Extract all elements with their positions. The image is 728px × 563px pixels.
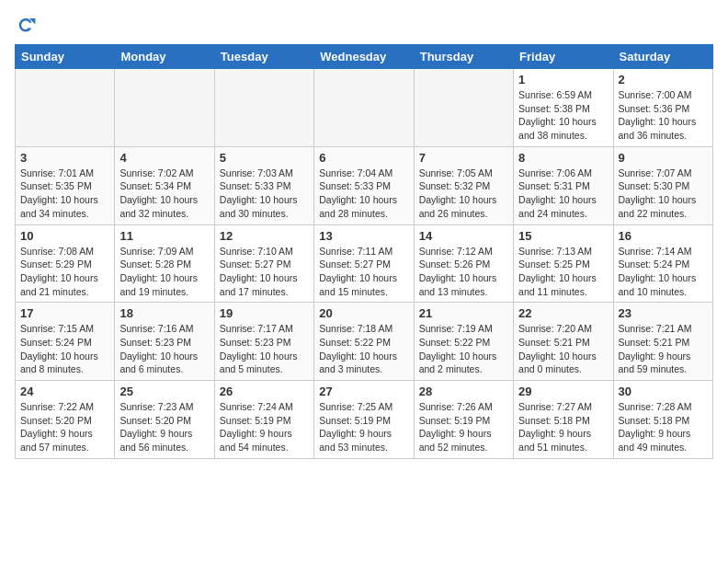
- logo-icon: [15, 15, 37, 37]
- day-info: Sunrise: 7:13 AM Sunset: 5:25 PM Dayligh…: [518, 245, 608, 299]
- calendar-cell: 28Sunrise: 7:26 AM Sunset: 5:19 PM Dayli…: [414, 381, 513, 459]
- day-info: Sunrise: 7:19 AM Sunset: 5:22 PM Dayligh…: [419, 322, 508, 376]
- day-number: 9: [619, 151, 708, 165]
- weekday-header-wednesday: Wednesday: [314, 45, 414, 69]
- day-number: 27: [319, 385, 408, 398]
- day-info: Sunrise: 7:12 AM Sunset: 5:26 PM Dayligh…: [419, 245, 508, 299]
- day-info: Sunrise: 7:24 AM Sunset: 5:19 PM Dayligh…: [220, 400, 309, 454]
- day-info: Sunrise: 7:26 AM Sunset: 5:19 PM Dayligh…: [419, 400, 508, 454]
- calendar-cell: 8Sunrise: 7:06 AM Sunset: 5:31 PM Daylig…: [514, 146, 613, 224]
- calendar-cell: 12Sunrise: 7:10 AM Sunset: 5:27 PM Dayli…: [214, 224, 313, 303]
- day-number: 20: [319, 306, 408, 320]
- calendar-cell: [16, 69, 115, 147]
- logo: [15, 15, 40, 37]
- calendar-cell: 29Sunrise: 7:27 AM Sunset: 5:18 PM Dayli…: [514, 381, 613, 459]
- day-number: 4: [119, 151, 209, 165]
- day-number: 30: [619, 385, 708, 398]
- calendar-cell: 9Sunrise: 7:07 AM Sunset: 5:30 PM Daylig…: [613, 146, 712, 224]
- day-info: Sunrise: 7:00 AM Sunset: 5:36 PM Dayligh…: [619, 88, 708, 143]
- day-info: Sunrise: 7:08 AM Sunset: 5:29 PM Dayligh…: [20, 245, 109, 299]
- day-number: 6: [319, 151, 408, 165]
- day-number: 7: [419, 151, 508, 165]
- calendar-cell: [414, 69, 513, 147]
- calendar-cell: 27Sunrise: 7:25 AM Sunset: 5:19 PM Dayli…: [314, 381, 414, 459]
- calendar-cell: 5Sunrise: 7:03 AM Sunset: 5:33 PM Daylig…: [214, 146, 313, 224]
- calendar-table: SundayMondayTuesdayWednesdayThursdayFrid…: [15, 44, 713, 459]
- day-number: 22: [518, 306, 608, 320]
- day-info: Sunrise: 7:10 AM Sunset: 5:27 PM Dayligh…: [220, 245, 309, 299]
- day-info: Sunrise: 7:02 AM Sunset: 5:34 PM Dayligh…: [119, 167, 209, 221]
- day-number: 14: [419, 229, 508, 243]
- day-number: 25: [119, 385, 209, 398]
- day-info: Sunrise: 7:21 AM Sunset: 5:21 PM Dayligh…: [619, 322, 708, 376]
- day-info: Sunrise: 7:22 AM Sunset: 5:20 PM Dayligh…: [20, 400, 109, 454]
- page-header: [15, 15, 713, 37]
- calendar-cell: 16Sunrise: 7:14 AM Sunset: 5:24 PM Dayli…: [613, 224, 712, 303]
- weekday-header-saturday: Saturday: [613, 45, 712, 69]
- calendar-cell: [314, 69, 414, 147]
- day-number: 13: [319, 229, 408, 243]
- day-number: 2: [619, 73, 708, 86]
- day-info: Sunrise: 7:01 AM Sunset: 5:35 PM Dayligh…: [20, 167, 109, 221]
- calendar-cell: 23Sunrise: 7:21 AM Sunset: 5:21 PM Dayli…: [613, 303, 712, 381]
- day-info: Sunrise: 7:15 AM Sunset: 5:24 PM Dayligh…: [20, 322, 109, 376]
- calendar-cell: 21Sunrise: 7:19 AM Sunset: 5:22 PM Dayli…: [414, 303, 513, 381]
- calendar-cell: 20Sunrise: 7:18 AM Sunset: 5:22 PM Dayli…: [314, 303, 414, 381]
- calendar-cell: 15Sunrise: 7:13 AM Sunset: 5:25 PM Dayli…: [514, 224, 613, 303]
- calendar-cell: 26Sunrise: 7:24 AM Sunset: 5:19 PM Dayli…: [214, 381, 313, 459]
- day-info: Sunrise: 7:16 AM Sunset: 5:23 PM Dayligh…: [119, 322, 209, 376]
- calendar-cell: 2Sunrise: 7:00 AM Sunset: 5:36 PM Daylig…: [613, 69, 712, 147]
- day-info: Sunrise: 7:06 AM Sunset: 5:31 PM Dayligh…: [518, 167, 608, 221]
- calendar-cell: 4Sunrise: 7:02 AM Sunset: 5:34 PM Daylig…: [115, 146, 214, 224]
- weekday-header-thursday: Thursday: [414, 45, 513, 69]
- calendar-cell: 7Sunrise: 7:05 AM Sunset: 5:32 PM Daylig…: [414, 146, 513, 224]
- day-number: 26: [220, 385, 309, 398]
- day-number: 18: [119, 306, 209, 320]
- day-info: Sunrise: 7:11 AM Sunset: 5:27 PM Dayligh…: [319, 245, 408, 299]
- day-info: Sunrise: 7:03 AM Sunset: 5:33 PM Dayligh…: [220, 167, 309, 221]
- calendar-cell: 18Sunrise: 7:16 AM Sunset: 5:23 PM Dayli…: [115, 303, 214, 381]
- day-number: 15: [518, 229, 608, 243]
- week-row-5: 24Sunrise: 7:22 AM Sunset: 5:20 PM Dayli…: [16, 381, 713, 459]
- calendar-cell: 10Sunrise: 7:08 AM Sunset: 5:29 PM Dayli…: [16, 224, 115, 303]
- calendar-cell: [115, 69, 214, 147]
- week-row-3: 10Sunrise: 7:08 AM Sunset: 5:29 PM Dayli…: [16, 224, 713, 303]
- day-number: 28: [419, 385, 508, 398]
- calendar-cell: 1Sunrise: 6:59 AM Sunset: 5:38 PM Daylig…: [514, 69, 613, 147]
- day-info: Sunrise: 7:18 AM Sunset: 5:22 PM Dayligh…: [319, 322, 408, 376]
- day-info: Sunrise: 7:25 AM Sunset: 5:19 PM Dayligh…: [319, 400, 408, 454]
- day-info: Sunrise: 7:05 AM Sunset: 5:32 PM Dayligh…: [419, 167, 508, 221]
- day-number: 21: [419, 306, 508, 320]
- calendar-cell: 24Sunrise: 7:22 AM Sunset: 5:20 PM Dayli…: [16, 381, 115, 459]
- week-row-1: 1Sunrise: 6:59 AM Sunset: 5:38 PM Daylig…: [16, 69, 713, 147]
- week-row-2: 3Sunrise: 7:01 AM Sunset: 5:35 PM Daylig…: [16, 146, 713, 224]
- day-number: 5: [220, 151, 309, 165]
- weekday-header-tuesday: Tuesday: [214, 45, 313, 69]
- day-info: Sunrise: 7:17 AM Sunset: 5:23 PM Dayligh…: [220, 322, 309, 376]
- calendar-cell: 3Sunrise: 7:01 AM Sunset: 5:35 PM Daylig…: [16, 146, 115, 224]
- calendar-cell: 13Sunrise: 7:11 AM Sunset: 5:27 PM Dayli…: [314, 224, 414, 303]
- calendar-cell: 30Sunrise: 7:28 AM Sunset: 5:18 PM Dayli…: [613, 381, 712, 459]
- day-info: Sunrise: 7:09 AM Sunset: 5:28 PM Dayligh…: [119, 245, 209, 299]
- day-number: 11: [119, 229, 209, 243]
- day-info: Sunrise: 7:04 AM Sunset: 5:33 PM Dayligh…: [319, 167, 408, 221]
- day-number: 8: [518, 151, 608, 165]
- calendar-cell: 11Sunrise: 7:09 AM Sunset: 5:28 PM Dayli…: [115, 224, 214, 303]
- weekday-header-friday: Friday: [514, 45, 613, 69]
- weekday-header-sunday: Sunday: [16, 45, 115, 69]
- day-info: Sunrise: 7:27 AM Sunset: 5:18 PM Dayligh…: [518, 400, 608, 454]
- day-number: 29: [518, 385, 608, 398]
- day-number: 12: [220, 229, 309, 243]
- day-info: Sunrise: 7:28 AM Sunset: 5:18 PM Dayligh…: [619, 400, 708, 454]
- day-info: Sunrise: 7:20 AM Sunset: 5:21 PM Dayligh…: [518, 322, 608, 376]
- calendar-cell: 22Sunrise: 7:20 AM Sunset: 5:21 PM Dayli…: [514, 303, 613, 381]
- calendar-cell: 19Sunrise: 7:17 AM Sunset: 5:23 PM Dayli…: [214, 303, 313, 381]
- day-number: 16: [619, 229, 708, 243]
- day-number: 23: [619, 306, 708, 320]
- calendar-cell: 25Sunrise: 7:23 AM Sunset: 5:20 PM Dayli…: [115, 381, 214, 459]
- day-number: 3: [20, 151, 109, 165]
- weekday-header-row: SundayMondayTuesdayWednesdayThursdayFrid…: [16, 45, 713, 69]
- day-number: 19: [220, 306, 309, 320]
- day-number: 10: [20, 229, 109, 243]
- calendar-cell: [214, 69, 313, 147]
